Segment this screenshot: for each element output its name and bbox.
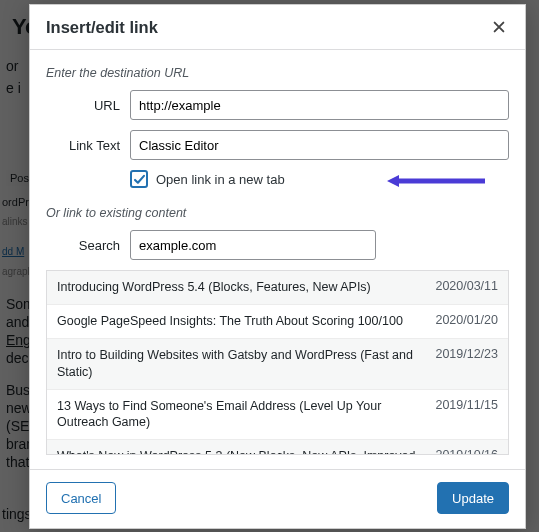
search-result-item[interactable]: Intro to Building Websites with Gatsby a… xyxy=(47,339,508,390)
link-text-row: Link Text xyxy=(46,130,509,160)
result-date: 2019/11/15 xyxy=(435,398,498,432)
search-result-item[interactable]: Google PageSpeed Insights: The Truth Abo… xyxy=(47,305,508,339)
new-tab-label: Open link in a new tab xyxy=(156,172,285,187)
link-modal: Insert/edit link Enter the destination U… xyxy=(29,4,526,529)
result-date: 2019/10/16 xyxy=(435,448,498,455)
modal-header: Insert/edit link xyxy=(30,5,525,50)
search-input[interactable] xyxy=(130,230,376,260)
url-input[interactable] xyxy=(130,90,509,120)
url-row: URL xyxy=(46,90,509,120)
result-title: Intro to Building Websites with Gatsby a… xyxy=(57,347,423,381)
link-text-label: Link Text xyxy=(46,138,120,153)
result-date: 2020/01/20 xyxy=(435,313,498,330)
update-button[interactable]: Update xyxy=(437,482,509,514)
search-results-list: Introducing WordPress 5.4 (Blocks, Featu… xyxy=(46,270,509,455)
close-icon[interactable] xyxy=(487,15,511,39)
existing-content-hint: Or link to existing content xyxy=(46,196,509,230)
search-label: Search xyxy=(46,238,120,253)
annotation-arrow-icon xyxy=(385,173,485,189)
result-title: Introducing WordPress 5.4 (Blocks, Featu… xyxy=(57,279,371,296)
cancel-button[interactable]: Cancel xyxy=(46,482,116,514)
modal-title: Insert/edit link xyxy=(46,18,158,37)
search-result-item[interactable]: Introducing WordPress 5.4 (Blocks, Featu… xyxy=(47,271,508,305)
search-result-item[interactable]: 13 Ways to Find Someone's Email Address … xyxy=(47,390,508,441)
search-row: Search xyxy=(46,230,509,260)
result-date: 2020/03/11 xyxy=(435,279,498,296)
link-text-input[interactable] xyxy=(130,130,509,160)
result-date: 2019/12/23 xyxy=(435,347,498,381)
destination-hint: Enter the destination URL xyxy=(46,60,509,90)
result-title: 13 Ways to Find Someone's Email Address … xyxy=(57,398,423,432)
modal-body: Enter the destination URL URL Link Text … xyxy=(30,50,525,459)
new-tab-checkbox[interactable] xyxy=(130,170,148,188)
modal-footer: Cancel Update xyxy=(30,469,525,528)
result-title: Google PageSpeed Insights: The Truth Abo… xyxy=(57,313,403,330)
result-title: What's New in WordPress 5.3 (New Blocks,… xyxy=(57,448,423,455)
new-tab-row: Open link in a new tab xyxy=(130,170,509,188)
url-label: URL xyxy=(46,98,120,113)
search-result-item[interactable]: What's New in WordPress 5.3 (New Blocks,… xyxy=(47,440,508,455)
